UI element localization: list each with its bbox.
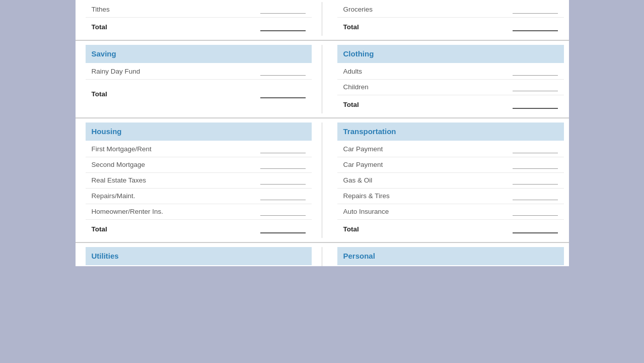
adults-row: Adults [337,64,564,80]
car-payment-1-field[interactable] [513,145,558,153]
rainy-day-field[interactable] [260,68,306,76]
transportation-total-field[interactable] [513,225,558,233]
first-mortgage-row: First Mortgage/Rent [86,142,312,157]
tithes-item-row: Tithes [86,2,312,18]
tithes-total-label: Total [92,23,107,31]
saving-spacer [86,80,312,85]
rainy-day-row: Rainy Day Fund [86,64,312,80]
repairs-tires-label: Repairs & Tires [343,192,390,200]
second-mortgage-row: Second Mortgage [86,157,312,173]
clothing-col: Clothing Adults Children Total [322,45,569,113]
tithes-field[interactable] [260,6,306,14]
gas-oil-label: Gas & Oil [343,176,373,185]
page-container: Tithes Total Groceries Total Saving [76,0,569,266]
car-payment-2-label: Car Payment [343,161,383,169]
children-row: Children [337,80,564,95]
transportation-total-label: Total [343,225,359,233]
groceries-field[interactable] [513,6,558,14]
saving-total-row: Total [86,86,312,103]
tithes-label: Tithes [92,6,110,14]
tithes-total-row: Total [86,19,312,36]
repairs-maint-field[interactable] [260,192,306,200]
saving-total-field[interactable] [260,90,306,98]
clothing-total-row: Total [337,96,564,113]
tithes-total-field[interactable] [260,23,306,31]
utilities-personal-section: Utilities Personal [76,247,569,266]
real-estate-taxes-field[interactable] [260,176,306,185]
utilities-header: Utilities [86,247,312,265]
adults-field[interactable] [513,68,558,76]
clothing-header: Clothing [337,45,564,63]
adults-label: Adults [343,68,363,76]
housing-total-field[interactable] [260,225,306,233]
housing-transportation-section: Housing First Mortgage/Rent Second Mortg… [76,123,569,243]
second-mortgage-field[interactable] [260,161,306,169]
second-mortgage-label: Second Mortgage [92,161,146,169]
first-mortgage-field[interactable] [260,145,306,153]
groceries-total-label: Total [343,23,359,31]
groceries-item-row: Groceries [337,2,564,18]
housing-total-row: Total [86,221,312,238]
repairs-tires-field[interactable] [513,192,558,200]
rainy-day-label: Rainy Day Fund [92,68,140,76]
personal-header: Personal [337,247,564,265]
auto-insurance-field[interactable] [513,208,558,216]
tithes-col: Tithes Total [76,2,322,36]
tithes-groceries-section: Tithes Total Groceries Total [76,0,569,41]
housing-total-label: Total [92,225,107,233]
clothing-total-label: Total [343,101,359,109]
clothing-title: Clothing [343,49,374,58]
first-mortgage-label: First Mortgage/Rent [92,145,152,153]
homeowner-ins-field[interactable] [260,208,306,216]
groceries-label: Groceries [343,6,373,14]
children-field[interactable] [513,83,558,91]
children-label: Children [343,83,369,91]
homeowner-ins-row: Homeowner/Renter Ins. [86,204,312,220]
housing-col: Housing First Mortgage/Rent Second Mortg… [76,123,322,238]
real-estate-taxes-row: Real Estate Taxes [86,173,312,189]
personal-col: Personal [322,247,569,266]
gas-oil-field[interactable] [513,176,558,185]
repairs-maint-row: Repairs/Maint. [86,189,312,204]
housing-header: Housing [86,123,312,141]
repairs-tires-row: Repairs & Tires [337,189,564,204]
groceries-total-field[interactable] [513,23,558,31]
transportation-title: Transportation [343,127,396,136]
utilities-col: Utilities [76,247,322,266]
utilities-title: Utilities [92,252,119,260]
clothing-total-field[interactable] [513,101,558,109]
transportation-header: Transportation [337,123,564,141]
repairs-maint-label: Repairs/Maint. [92,192,135,200]
transportation-total-row: Total [337,221,564,238]
saving-clothing-section: Saving Rainy Day Fund Total Clothing Adu… [76,45,569,118]
car-payment-2-row: Car Payment [337,157,564,173]
personal-title: Personal [343,252,375,260]
auto-insurance-label: Auto Insurance [343,208,389,216]
car-payment-1-label: Car Payment [343,145,383,153]
car-payment-1-row: Car Payment [337,142,564,157]
groceries-col: Groceries Total [322,2,569,36]
saving-col: Saving Rainy Day Fund Total [76,45,322,113]
car-payment-2-field[interactable] [513,161,558,169]
saving-title: Saving [92,49,116,58]
saving-total-label: Total [92,90,107,98]
saving-header: Saving [86,45,312,63]
auto-insurance-row: Auto Insurance [337,204,564,220]
homeowner-ins-label: Homeowner/Renter Ins. [92,208,164,216]
gas-oil-row: Gas & Oil [337,173,564,189]
groceries-total-row: Total [337,19,564,36]
transportation-col: Transportation Car Payment Car Payment G… [322,123,569,238]
real-estate-taxes-label: Real Estate Taxes [92,176,147,185]
housing-title: Housing [92,127,122,136]
